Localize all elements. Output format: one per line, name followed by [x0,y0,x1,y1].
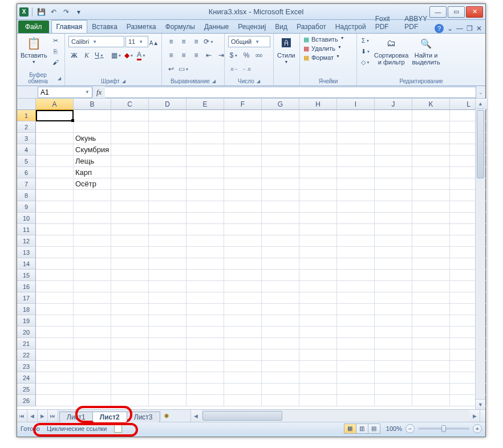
format-cells-button[interactable]: ▦Формат ▼ [303,54,344,62]
cell-A24[interactable] [36,372,74,384]
cell-I24[interactable] [337,372,375,384]
cell-A26[interactable] [36,395,74,406]
cell-C19[interactable] [111,315,149,327]
sheet-tab-лист2[interactable]: Лист2 [92,412,127,422]
cell-E2[interactable] [186,121,224,133]
ribbon-tab-foxit pdf[interactable]: Foxit PDF [371,13,400,33]
cell-D22[interactable] [149,349,186,361]
cell-C12[interactable] [111,235,149,247]
workbook-close-button[interactable]: ✕ [476,25,482,32]
cell-F13[interactable] [224,247,262,258]
cell-E25[interactable] [186,384,224,395]
fill-icon[interactable]: ⬇▼ [360,47,371,56]
row-header-24[interactable]: 24 [17,372,36,384]
cell-I3[interactable] [337,133,375,144]
ribbon-tab-вставка[interactable]: Вставка [87,21,122,33]
cell-I23[interactable] [337,361,375,372]
cell-H19[interactable] [299,315,337,327]
cell-C5[interactable] [111,156,149,167]
cell-E22[interactable] [186,349,224,361]
cell-H24[interactable] [299,372,337,384]
cell-C25[interactable] [111,384,149,395]
cell-E23[interactable] [186,361,224,372]
cell-F22[interactable] [224,349,262,361]
cell-B9[interactable] [74,201,111,213]
increase-decimal-icon[interactable]: .0→ [228,63,240,75]
cell-H13[interactable] [299,247,337,258]
cell-I1[interactable] [337,110,375,121]
cell-J4[interactable] [375,144,412,156]
cell-F15[interactable] [224,270,262,281]
cell-A13[interactable] [36,247,74,258]
cell-K21[interactable] [412,338,450,349]
page-break-view-button[interactable]: ▤ [368,423,380,434]
font-color-button[interactable]: A▼ [136,50,147,61]
cell-B21[interactable] [74,338,111,349]
row-header-14[interactable]: 14 [17,258,36,270]
scroll-left-icon[interactable]: ◀ [191,410,201,422]
cell-E26[interactable] [186,395,224,406]
cell-K16[interactable] [412,281,450,292]
undo-icon[interactable]: ↶ [48,7,59,17]
cell-K13[interactable] [412,247,450,258]
row-header-26[interactable]: 26 [17,395,36,406]
cell-H3[interactable] [299,133,337,144]
column-header-C[interactable]: C [111,99,149,110]
number-format-combo[interactable]: Общий▼ [228,36,270,47]
cell-C13[interactable] [111,247,149,258]
cell-K12[interactable] [412,235,450,247]
cell-C2[interactable] [111,121,149,133]
align-center-icon[interactable]: ≡ [178,50,189,61]
cell-A16[interactable] [36,281,74,292]
cell-K24[interactable] [412,372,450,384]
ribbon-tab-вид[interactable]: Вид [270,21,292,33]
autosum-icon[interactable]: Σ▼ [360,36,371,45]
cell-H25[interactable] [299,384,337,395]
cell-K26[interactable] [412,395,450,406]
border-button[interactable]: ▦▼ [111,50,122,61]
cell-F7[interactable] [224,178,262,190]
align-middle-icon[interactable]: ≡ [178,36,189,47]
cell-F16[interactable] [224,281,262,292]
cell-E15[interactable] [186,270,224,281]
cell-D9[interactable] [149,201,186,213]
insert-cells-button[interactable]: ▦Вставить ▼ [303,36,344,43]
macro-record-icon[interactable] [114,425,122,433]
cell-B10[interactable] [74,213,111,224]
cell-A7[interactable] [36,178,74,190]
column-header-H[interactable]: H [299,99,337,110]
cell-J19[interactable] [375,315,412,327]
merge-cells-icon[interactable]: ▭▼ [178,63,189,75]
cell-I8[interactable] [337,190,375,201]
cell-G5[interactable] [262,156,299,167]
cell-E5[interactable] [186,156,224,167]
cell-B5[interactable]: Лещь [74,156,111,167]
cell-F20[interactable] [224,327,262,338]
cell-F18[interactable] [224,304,262,315]
cell-B14[interactable] [74,258,111,270]
cell-B26[interactable] [74,395,111,406]
cell-I15[interactable] [337,270,375,281]
cell-G16[interactable] [262,281,299,292]
cell-B19[interactable] [74,315,111,327]
cell-J10[interactable] [375,213,412,224]
cell-J20[interactable] [375,327,412,338]
cell-J24[interactable] [375,372,412,384]
cell-C26[interactable] [111,395,149,406]
row-header-17[interactable]: 17 [17,292,36,304]
cell-J26[interactable] [375,395,412,406]
ribbon-tab-данные[interactable]: Данные [200,21,233,33]
cell-D8[interactable] [149,190,186,201]
cell-K10[interactable] [412,213,450,224]
cell-A3[interactable] [36,133,74,144]
cell-F2[interactable] [224,121,262,133]
row-header-6[interactable]: 6 [17,167,36,178]
cell-B17[interactable] [74,292,111,304]
vertical-scrollbar[interactable]: ▲ ▼ [475,99,485,409]
workbook-restore-button[interactable]: ❐ [467,25,473,32]
cell-A10[interactable] [36,213,74,224]
cell-G10[interactable] [262,213,299,224]
cell-D1[interactable] [149,110,186,121]
cell-K9[interactable] [412,201,450,213]
cell-H18[interactable] [299,304,337,315]
